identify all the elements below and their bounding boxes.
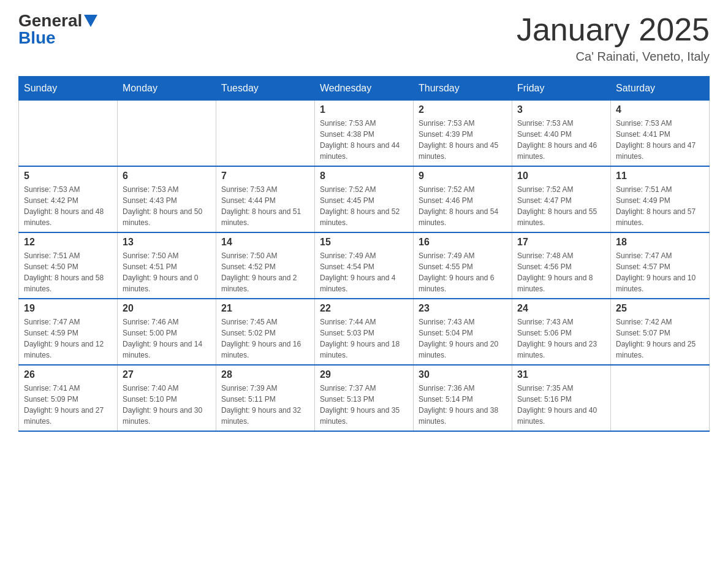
- calendar-day-cell: 3Sunrise: 7:53 AM Sunset: 4:40 PM Daylig…: [512, 101, 611, 167]
- calendar-day-cell: 17Sunrise: 7:48 AM Sunset: 4:56 PM Dayli…: [512, 232, 611, 299]
- day-of-week-header: Monday: [118, 77, 216, 101]
- calendar-day-cell: 5Sunrise: 7:53 AM Sunset: 4:42 PM Daylig…: [19, 166, 118, 232]
- calendar-week-row: 12Sunrise: 7:51 AM Sunset: 4:50 PM Dayli…: [19, 232, 710, 299]
- calendar-day-cell: 22Sunrise: 7:44 AM Sunset: 5:03 PM Dayli…: [315, 299, 414, 365]
- day-info-text: Sunrise: 7:51 AM Sunset: 4:50 PM Dayligh…: [24, 250, 112, 294]
- day-number: 6: [123, 170, 211, 182]
- day-info-text: Sunrise: 7:53 AM Sunset: 4:43 PM Dayligh…: [123, 184, 211, 228]
- day-info-text: Sunrise: 7:49 AM Sunset: 4:54 PM Dayligh…: [320, 250, 408, 294]
- day-info-text: Sunrise: 7:53 AM Sunset: 4:38 PM Dayligh…: [320, 118, 408, 162]
- day-number: 5: [24, 170, 112, 182]
- calendar-table: SundayMondayTuesdayWednesdayThursdayFrid…: [18, 76, 710, 432]
- day-info-text: Sunrise: 7:51 AM Sunset: 4:49 PM Dayligh…: [616, 184, 704, 228]
- calendar-day-cell: 28Sunrise: 7:39 AM Sunset: 5:11 PM Dayli…: [216, 365, 315, 431]
- logo-general-text: General: [18, 12, 82, 29]
- calendar-day-cell: 9Sunrise: 7:52 AM Sunset: 4:46 PM Daylig…: [414, 166, 512, 232]
- day-number: 31: [517, 369, 605, 380]
- day-number: 24: [517, 303, 605, 314]
- svg-marker-0: [84, 15, 97, 27]
- day-info-text: Sunrise: 7:53 AM Sunset: 4:39 PM Dayligh…: [419, 118, 507, 162]
- day-number: 18: [616, 237, 704, 248]
- day-of-week-header: Thursday: [414, 77, 512, 101]
- day-number: 17: [517, 237, 605, 248]
- day-number: 16: [419, 237, 507, 248]
- day-info-text: Sunrise: 7:42 AM Sunset: 5:07 PM Dayligh…: [616, 316, 704, 361]
- day-number: 23: [419, 303, 507, 314]
- calendar-day-cell: 12Sunrise: 7:51 AM Sunset: 4:50 PM Dayli…: [19, 232, 118, 299]
- calendar-day-cell: [118, 101, 216, 167]
- calendar-day-cell: 16Sunrise: 7:49 AM Sunset: 4:55 PM Dayli…: [414, 232, 512, 299]
- day-number: 29: [320, 369, 408, 380]
- calendar-day-cell: 10Sunrise: 7:52 AM Sunset: 4:47 PM Dayli…: [512, 166, 611, 232]
- day-info-text: Sunrise: 7:43 AM Sunset: 5:04 PM Dayligh…: [419, 316, 507, 361]
- day-info-text: Sunrise: 7:53 AM Sunset: 4:42 PM Dayligh…: [24, 184, 112, 228]
- calendar-day-cell: 6Sunrise: 7:53 AM Sunset: 4:43 PM Daylig…: [118, 166, 216, 232]
- calendar-day-cell: 29Sunrise: 7:37 AM Sunset: 5:13 PM Dayli…: [315, 365, 414, 431]
- day-number: 28: [221, 369, 309, 380]
- day-number: 10: [517, 170, 605, 182]
- day-number: 3: [517, 104, 605, 115]
- day-number: 11: [616, 170, 704, 182]
- day-info-text: Sunrise: 7:41 AM Sunset: 5:09 PM Dayligh…: [24, 383, 112, 427]
- calendar-day-cell: 15Sunrise: 7:49 AM Sunset: 4:54 PM Dayli…: [315, 232, 414, 299]
- calendar-day-cell: 14Sunrise: 7:50 AM Sunset: 4:52 PM Dayli…: [216, 232, 315, 299]
- calendar-week-row: 19Sunrise: 7:47 AM Sunset: 4:59 PM Dayli…: [19, 299, 710, 365]
- calendar-day-cell: 11Sunrise: 7:51 AM Sunset: 4:49 PM Dayli…: [611, 166, 710, 232]
- day-info-text: Sunrise: 7:53 AM Sunset: 4:40 PM Dayligh…: [517, 118, 605, 162]
- calendar-day-cell: 30Sunrise: 7:36 AM Sunset: 5:14 PM Dayli…: [414, 365, 512, 431]
- day-number: 4: [616, 104, 704, 115]
- day-number: 15: [320, 237, 408, 248]
- day-number: 26: [24, 369, 112, 380]
- day-info-text: Sunrise: 7:35 AM Sunset: 5:16 PM Dayligh…: [517, 383, 605, 427]
- calendar-day-cell: 23Sunrise: 7:43 AM Sunset: 5:04 PM Dayli…: [414, 299, 512, 365]
- day-info-text: Sunrise: 7:39 AM Sunset: 5:11 PM Dayligh…: [221, 383, 309, 427]
- calendar-day-cell: [216, 101, 315, 167]
- day-number: 2: [419, 104, 507, 115]
- calendar-day-cell: [19, 101, 118, 167]
- day-number: 7: [221, 170, 309, 182]
- calendar-header-row: SundayMondayTuesdayWednesdayThursdayFrid…: [19, 77, 710, 101]
- day-of-week-header: Saturday: [611, 77, 710, 101]
- calendar-day-cell: 31Sunrise: 7:35 AM Sunset: 5:16 PM Dayli…: [512, 365, 611, 431]
- calendar-week-row: 5Sunrise: 7:53 AM Sunset: 4:42 PM Daylig…: [19, 166, 710, 232]
- day-info-text: Sunrise: 7:46 AM Sunset: 5:00 PM Dayligh…: [123, 316, 211, 361]
- day-info-text: Sunrise: 7:52 AM Sunset: 4:47 PM Dayligh…: [517, 184, 605, 228]
- day-of-week-header: Friday: [512, 77, 611, 101]
- day-info-text: Sunrise: 7:52 AM Sunset: 4:46 PM Dayligh…: [419, 184, 507, 228]
- calendar-day-cell: 27Sunrise: 7:40 AM Sunset: 5:10 PM Dayli…: [118, 365, 216, 431]
- location-text: Ca' Rainati, Veneto, Italy: [517, 50, 710, 64]
- day-number: 22: [320, 303, 408, 314]
- day-info-text: Sunrise: 7:48 AM Sunset: 4:56 PM Dayligh…: [517, 250, 605, 294]
- day-number: 9: [419, 170, 507, 182]
- logo: General Blue: [18, 12, 97, 47]
- day-number: 1: [320, 104, 408, 115]
- month-title: January 2025: [517, 12, 710, 47]
- day-number: 20: [123, 303, 211, 314]
- calendar-day-cell: 1Sunrise: 7:53 AM Sunset: 4:38 PM Daylig…: [315, 101, 414, 167]
- day-info-text: Sunrise: 7:53 AM Sunset: 4:44 PM Dayligh…: [221, 184, 309, 228]
- day-info-text: Sunrise: 7:40 AM Sunset: 5:10 PM Dayligh…: [123, 383, 211, 427]
- day-info-text: Sunrise: 7:43 AM Sunset: 5:06 PM Dayligh…: [517, 316, 605, 361]
- day-number: 21: [221, 303, 309, 314]
- calendar-day-cell: 2Sunrise: 7:53 AM Sunset: 4:39 PM Daylig…: [414, 101, 512, 167]
- calendar-day-cell: 18Sunrise: 7:47 AM Sunset: 4:57 PM Dayli…: [611, 232, 710, 299]
- day-info-text: Sunrise: 7:44 AM Sunset: 5:03 PM Dayligh…: [320, 316, 408, 361]
- day-info-text: Sunrise: 7:50 AM Sunset: 4:52 PM Dayligh…: [221, 250, 309, 294]
- calendar-day-cell: 8Sunrise: 7:52 AM Sunset: 4:45 PM Daylig…: [315, 166, 414, 232]
- calendar-day-cell: 13Sunrise: 7:50 AM Sunset: 4:51 PM Dayli…: [118, 232, 216, 299]
- day-info-text: Sunrise: 7:53 AM Sunset: 4:41 PM Dayligh…: [616, 118, 704, 162]
- logo-triangle-icon: [84, 15, 97, 27]
- day-info-text: Sunrise: 7:36 AM Sunset: 5:14 PM Dayligh…: [419, 383, 507, 427]
- logo-blue-text: Blue: [18, 29, 56, 47]
- calendar-day-cell: 25Sunrise: 7:42 AM Sunset: 5:07 PM Dayli…: [611, 299, 710, 365]
- calendar-day-cell: 26Sunrise: 7:41 AM Sunset: 5:09 PM Dayli…: [19, 365, 118, 431]
- day-number: 14: [221, 237, 309, 248]
- day-of-week-header: Tuesday: [216, 77, 315, 101]
- calendar-day-cell: 19Sunrise: 7:47 AM Sunset: 4:59 PM Dayli…: [19, 299, 118, 365]
- day-info-text: Sunrise: 7:49 AM Sunset: 4:55 PM Dayligh…: [419, 250, 507, 294]
- day-info-text: Sunrise: 7:47 AM Sunset: 4:57 PM Dayligh…: [616, 250, 704, 294]
- day-info-text: Sunrise: 7:37 AM Sunset: 5:13 PM Dayligh…: [320, 383, 408, 427]
- calendar-day-cell: 4Sunrise: 7:53 AM Sunset: 4:41 PM Daylig…: [611, 101, 710, 167]
- title-block: January 2025 Ca' Rainati, Veneto, Italy: [517, 12, 710, 64]
- calendar-day-cell: 20Sunrise: 7:46 AM Sunset: 5:00 PM Dayli…: [118, 299, 216, 365]
